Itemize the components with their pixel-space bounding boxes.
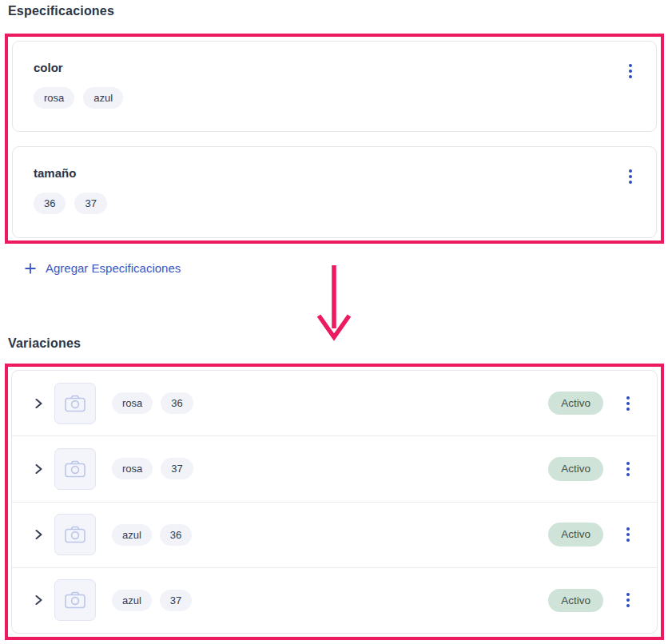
kebab-menu-icon[interactable]: [626, 166, 635, 187]
spec-value-chip: rosa: [34, 87, 74, 109]
spec-value-chip: 37: [74, 193, 106, 214]
variation-chip: 36: [160, 524, 192, 546]
variation-image-upload[interactable]: [54, 579, 96, 621]
variation-chip: azul: [112, 524, 152, 546]
kebab-menu-icon[interactable]: [623, 590, 633, 610]
variation-chip: 36: [161, 392, 193, 414]
spec-card-tamano: tamaño 36 37: [12, 146, 657, 238]
page: Especificaciones color rosa azul tamaño …: [0, 0, 668, 644]
status-badge: Activo: [548, 589, 603, 613]
spec-chip-row: 36 37: [34, 193, 635, 214]
camera-icon: [65, 460, 85, 478]
chevron-right-icon[interactable]: [33, 395, 45, 412]
camera-icon: [65, 395, 85, 412]
variation-row: azul 37 Activo: [12, 567, 657, 633]
status-badge: Activo: [548, 392, 603, 415]
spec-card-color: color rosa azul: [12, 41, 657, 132]
kebab-menu-icon[interactable]: [623, 393, 633, 414]
especificaciones-title: Especificaciones: [8, 4, 114, 18]
spec-name: tamaño: [34, 166, 635, 180]
variation-image-upload[interactable]: [54, 514, 96, 555]
kebab-menu-icon[interactable]: [626, 61, 635, 81]
kebab-menu-icon[interactable]: [623, 459, 633, 479]
chevron-right-icon[interactable]: [33, 460, 45, 478]
variation-chip: rosa: [112, 458, 153, 479]
variation-image-upload[interactable]: [54, 448, 96, 490]
variation-chip: azul: [112, 590, 152, 611]
status-badge: Activo: [548, 523, 603, 547]
variation-chip: rosa: [112, 392, 153, 414]
variation-row: azul 36 Activo: [12, 502, 657, 567]
variation-chips: rosa 36: [112, 392, 193, 414]
add-especificaciones-button[interactable]: Agregar Especificaciones: [24, 261, 181, 275]
spec-value-chip: 36: [34, 193, 66, 214]
annotation-highlight-especificaciones: color rosa azul tamaño 36 37: [5, 34, 664, 244]
camera-icon: [65, 526, 85, 543]
variation-chip: 37: [161, 458, 193, 479]
add-especificaciones-label: Agregar Especificaciones: [46, 261, 181, 275]
variation-row: rosa 37 Activo: [12, 435, 657, 501]
spec-name: color: [34, 61, 635, 74]
chevron-right-icon[interactable]: [33, 526, 45, 543]
status-badge: Activo: [548, 457, 603, 481]
spec-value-chip: azul: [83, 87, 123, 109]
variation-chip: 37: [160, 590, 192, 611]
chevron-right-icon[interactable]: [33, 591, 45, 609]
variation-image-upload[interactable]: [54, 383, 96, 424]
annotation-arrow-down-icon: [315, 263, 353, 344]
variation-row: rosa 36 Activo: [12, 371, 657, 435]
variations-list: rosa 36 Activo: [11, 370, 658, 634]
plus-icon: [24, 262, 37, 275]
variation-chips: azul 36: [112, 524, 192, 546]
camera-icon: [65, 591, 85, 609]
variation-chips: azul 37: [112, 590, 192, 611]
annotation-highlight-variaciones: rosa 36 Activo: [5, 364, 664, 640]
spec-chip-row: rosa azul: [34, 87, 635, 109]
kebab-menu-icon[interactable]: [623, 524, 633, 545]
variaciones-title: Variaciones: [8, 336, 81, 351]
variation-chips: rosa 37: [112, 458, 193, 479]
